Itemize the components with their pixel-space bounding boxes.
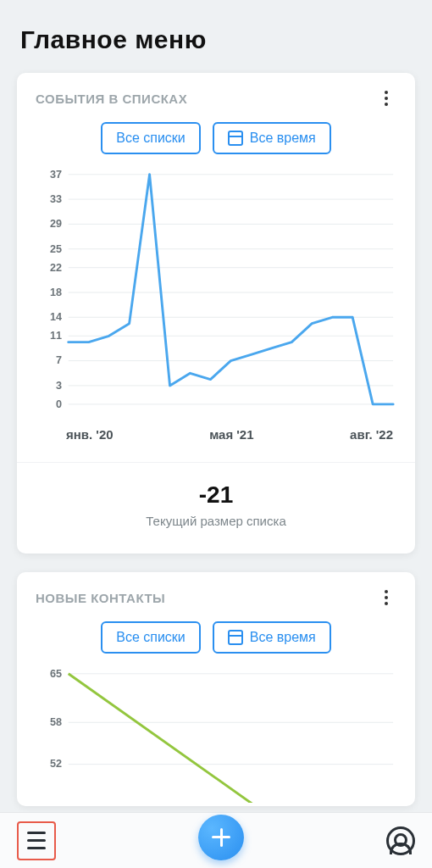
svg-text:25: 25 xyxy=(50,243,62,255)
filter-label: Все время xyxy=(250,630,316,645)
svg-text:22: 22 xyxy=(50,262,62,274)
metric-label: Текущий размер списка xyxy=(17,514,415,528)
profile-button[interactable] xyxy=(386,826,415,855)
chart-events: 0371114182225293337 янв. '20 мая '21 авг… xyxy=(17,168,415,457)
hamburger-menu-button[interactable] xyxy=(17,821,56,860)
svg-text:3: 3 xyxy=(56,380,62,392)
filter-all-lists-button[interactable]: Все списки xyxy=(101,621,201,654)
calendar-icon xyxy=(228,131,243,146)
filter-label: Все списки xyxy=(116,131,186,146)
svg-text:52: 52 xyxy=(50,759,62,771)
chart-contacts: 323945525865 xyxy=(17,667,415,803)
svg-text:11: 11 xyxy=(50,330,62,342)
card-events-in-lists: СОБЫТИЯ В СПИСКАХ Все списки Все время 0… xyxy=(17,73,415,554)
svg-text:29: 29 xyxy=(50,218,62,230)
card-new-contacts: НОВЫЕ КОНТАКТЫ Все списки Все время 3239… xyxy=(17,572,415,806)
svg-text:37: 37 xyxy=(50,170,62,181)
bottom-bar xyxy=(0,812,432,868)
card-title: НОВЫЕ КОНТАКТЫ xyxy=(36,591,165,605)
x-axis-label: мая '21 xyxy=(209,427,253,442)
svg-text:65: 65 xyxy=(50,669,62,680)
filter-label: Все списки xyxy=(116,630,186,645)
svg-text:58: 58 xyxy=(50,717,62,729)
svg-text:18: 18 xyxy=(50,287,62,298)
x-axis-label: авг. '22 xyxy=(350,427,393,442)
page-title: Главное меню xyxy=(20,25,415,54)
filter-all-time-button[interactable]: Все время xyxy=(213,122,331,154)
svg-text:0: 0 xyxy=(56,398,62,410)
filter-label: Все время xyxy=(250,131,316,146)
svg-text:7: 7 xyxy=(56,354,62,366)
svg-text:33: 33 xyxy=(50,193,62,205)
add-button[interactable] xyxy=(198,815,244,860)
calendar-icon xyxy=(228,630,243,645)
metric-value: -21 xyxy=(17,481,415,509)
filter-all-time-button[interactable]: Все время xyxy=(213,621,331,654)
card-menu-icon[interactable] xyxy=(376,88,396,108)
card-title: СОБЫТИЯ В СПИСКАХ xyxy=(36,92,187,106)
card-menu-icon[interactable] xyxy=(376,587,396,608)
filter-all-lists-button[interactable]: Все списки xyxy=(101,122,201,154)
x-axis-label: янв. '20 xyxy=(66,427,114,442)
svg-text:14: 14 xyxy=(50,311,62,323)
